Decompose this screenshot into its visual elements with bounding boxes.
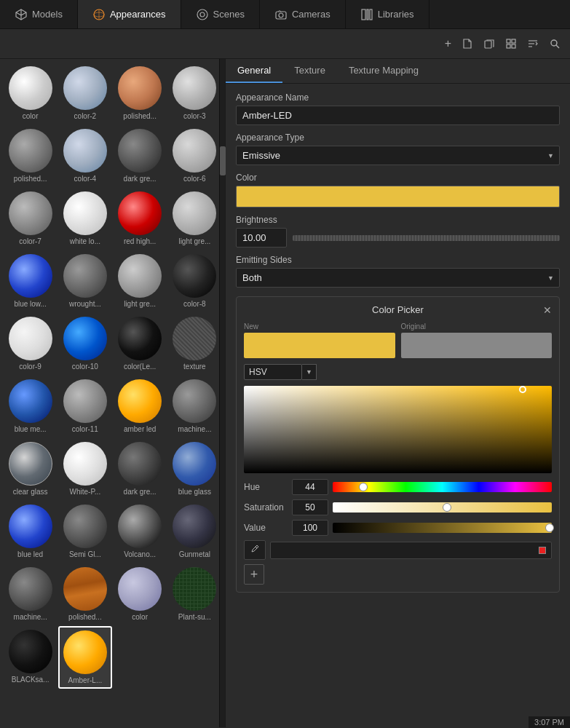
material-label: color(Le... [116,363,165,371]
material-item-blacksa[interactable]: BLACKsa... [4,626,57,689]
material-swatch [9,442,52,486]
svg-rect-10 [485,41,491,48]
material-item-semi-gl[interactable]: Semi Gl... [58,501,111,562]
material-item-color-7[interactable]: color-7 [4,188,57,249]
tab-cameras[interactable]: Cameras [260,0,346,28]
color-swatch[interactable] [236,186,560,207]
color-gradient-box[interactable] [244,386,552,473]
material-item-color-le[interactable]: color(Le... [114,313,167,374]
brightness-input[interactable] [236,228,287,248]
sort-button[interactable] [525,36,541,52]
scrollbar-thumb[interactable] [220,146,226,175]
hex-row [244,540,552,560]
material-item-machine2[interactable]: machine... [4,563,57,625]
tab-general[interactable]: General [226,59,282,83]
hue-slider[interactable] [333,482,552,492]
scrollbar-track[interactable] [219,59,225,727]
value-input[interactable] [292,520,328,536]
material-label: color-10 [60,363,109,371]
hex-input[interactable] [270,542,552,559]
saturation-input[interactable] [292,499,328,515]
material-item-red-high[interactable]: red high... [114,188,167,249]
material-label: Volcano... [116,550,165,558]
material-label: color [116,613,165,621]
appearance-type-select[interactable]: Emissive [236,146,560,165]
material-item-blue-glass[interactable]: blue glass [168,438,221,499]
material-item-color-4[interactable]: color-4 [58,125,111,186]
material-item-color[interactable]: color [4,63,57,124]
sphere-render [9,254,52,298]
color-picker-close-button[interactable]: ✕ [543,304,552,316]
hue-input[interactable] [292,479,328,495]
emitting-sides-select[interactable]: Both [236,268,560,288]
material-item-polished3[interactable]: polished... [58,563,111,625]
material-item-gunmetal[interactable]: Gunmetal [168,501,221,562]
material-label: wrought... [60,300,109,308]
material-item-color-6[interactable]: color-6 [168,125,221,186]
material-item-dark-gre2[interactable]: dark gre... [114,438,167,499]
material-item-amber-led2[interactable]: Amber-L... [58,626,111,689]
add-color-button[interactable]: + [244,564,264,585]
material-item-light-gre[interactable]: light gre... [168,188,221,249]
material-item-white-p[interactable]: White-P... [58,438,111,499]
tab-texture[interactable]: Texture [282,59,337,83]
tab-scenes[interactable]: Scenes [181,0,260,28]
material-item-color-3[interactable]: color-3 [168,63,221,124]
hsv-select[interactable]: HSV [244,364,302,380]
search-button[interactable] [547,36,563,52]
brightness-slider[interactable] [293,235,560,241]
add-button[interactable]: + [443,35,454,52]
saturation-thumb [443,503,451,512]
material-item-polished2[interactable]: polished... [4,125,57,186]
sphere-render [173,567,216,611]
material-item-color2[interactable]: color [114,563,167,625]
material-item-wrought[interactable]: wrought... [58,250,111,312]
value-slider[interactable] [333,523,552,533]
tab-appearances[interactable]: Appearances [78,0,181,28]
material-item-plant-su[interactable]: Plant-su... [168,563,221,625]
hsv-dropdown-arrow[interactable]: ▼ [302,364,317,380]
saturation-slider[interactable] [333,502,552,513]
material-item-blue-led[interactable]: blue led [4,501,57,562]
material-swatch [9,630,52,673]
tab-libraries[interactable]: Libraries [346,0,430,28]
material-item-light-gre2[interactable]: light gre... [114,250,167,312]
appearance-name-label: Appearance Name [236,92,560,103]
material-item-machine[interactable]: machine... [168,376,221,437]
sphere-render [118,254,162,298]
original-label: Original [401,323,553,331]
material-swatch [9,129,52,173]
sphere-render [118,191,162,235]
material-item-amber-led[interactable]: amber led [114,376,167,437]
appearance-name-input[interactable] [236,106,560,125]
material-item-color-2[interactable]: color-2 [58,63,111,124]
eyedropper-button[interactable] [244,540,266,560]
sphere-render [9,567,52,611]
material-item-clear-glass[interactable]: clear glass [4,438,57,499]
material-item-white-lo[interactable]: white lo... [58,188,111,249]
time-display: 3:07 PM [529,716,570,728]
tab-texture-mapping[interactable]: Texture Mapping [337,59,430,83]
material-item-color-9[interactable]: color-9 [4,313,57,374]
material-label: color-9 [6,363,55,371]
new-button[interactable] [459,36,475,52]
color-preview-new [244,333,395,358]
material-label: red high... [116,237,165,245]
duplicate-button[interactable] [481,36,497,52]
color-label: Color [236,173,560,183]
grid-view-button[interactable] [503,36,519,52]
material-item-dark-gre[interactable]: dark gre... [114,125,167,186]
material-item-polished[interactable]: polished... [114,63,167,124]
material-swatch [9,567,52,611]
material-item-volcano[interactable]: Volcano... [114,501,167,562]
material-item-blue-me[interactable]: blue me... [4,376,57,437]
tab-models[interactable]: Models [0,0,78,28]
material-label: Amber-L... [61,676,108,684]
material-item-color-11[interactable]: color-11 [58,376,111,437]
sphere-render [9,505,52,548]
material-item-color-10[interactable]: color-10 [58,313,111,374]
material-item-blue-low[interactable]: blue low... [4,250,57,312]
material-item-texture[interactable]: texture [168,313,221,374]
sphere-render [63,567,107,611]
material-item-color-8[interactable]: color-8 [168,250,221,312]
